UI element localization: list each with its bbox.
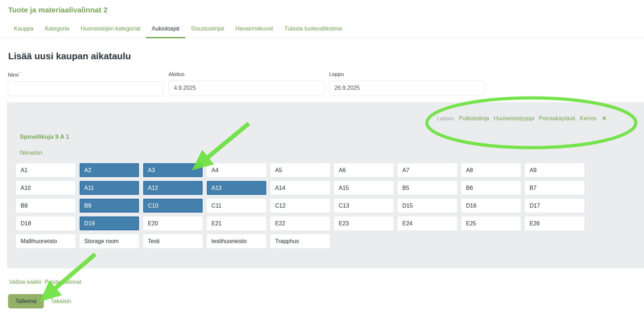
- apartment-cell-a5[interactable]: A5: [270, 163, 330, 177]
- selection-links: Valitse kaikki Poista valinnat: [9, 279, 644, 285]
- apartment-cell-a9[interactable]: A9: [525, 163, 584, 177]
- schedule-form: Nimi* Aloitus Loppu: [8, 71, 644, 96]
- page: Tuote ja materiaalivalinnat 2 KauppaKate…: [0, 0, 644, 313]
- apartment-cell-mallihuoneisto[interactable]: Mallihuoneisto: [16, 234, 75, 248]
- sort-option-kerros[interactable]: Kerros: [580, 115, 596, 122]
- apartment-cell-a8[interactable]: A8: [461, 163, 521, 177]
- group-name-link[interactable]: Nimetön: [20, 149, 42, 156]
- apartment-cell-c13[interactable]: C13: [334, 199, 393, 213]
- loppu-label: Loppu: [329, 71, 485, 77]
- apartment-cell-a10[interactable]: A10: [16, 181, 75, 195]
- apartment-cell-e20[interactable]: E20: [143, 216, 203, 230]
- apartment-cell-e26[interactable]: E26: [525, 216, 584, 230]
- apartment-cell-d19[interactable]: D19: [80, 216, 139, 230]
- tab-havainnekuvat[interactable]: Havainnekuvat: [230, 26, 279, 38]
- back-link[interactable]: Takaisin: [51, 298, 71, 304]
- tab-kauppa[interactable]: Kauppa: [8, 26, 39, 38]
- apartment-cell-a3[interactable]: A3: [143, 163, 203, 177]
- apartment-cell-c11[interactable]: C11: [207, 199, 266, 213]
- apartment-cell-d18[interactable]: D18: [16, 216, 75, 230]
- apartment-cell-a14[interactable]: A14: [270, 181, 330, 195]
- close-icon[interactable]: ✕: [602, 115, 607, 122]
- apartment-cell-d15[interactable]: D15: [398, 199, 457, 213]
- apartment-cell-a15[interactable]: A15: [334, 181, 393, 195]
- apartment-cell-a12[interactable]: A12: [143, 181, 203, 195]
- field-loppu: Loppu: [329, 71, 485, 96]
- section-heading: Lisää uusi kaupan aikataulu: [8, 51, 644, 62]
- form-actions: Tallenna Takaisin: [8, 294, 644, 308]
- apartment-cell-e24[interactable]: E24: [398, 216, 457, 230]
- apartment-cell-e21[interactable]: E21: [207, 216, 266, 230]
- required-asterisk: *: [20, 71, 21, 75]
- apartment-cell-a4[interactable]: A4: [207, 163, 266, 177]
- tab-aukioloajat[interactable]: Aukioloajat: [146, 26, 185, 38]
- sort-option-huoneistotyyppi[interactable]: Huoneistotyyppi: [494, 115, 534, 122]
- apartment-panel: Lajittelu PutkistolinjaHuoneistotyyppiPo…: [7, 102, 644, 268]
- apartment-cell-a7[interactable]: A7: [398, 163, 457, 177]
- tab-sisustuslinjat[interactable]: Sisustuslinjat: [185, 26, 230, 38]
- sort-option-putkistolinja[interactable]: Putkistolinja: [459, 115, 489, 122]
- end-date-input[interactable]: [329, 81, 485, 95]
- apartment-cell-b8[interactable]: B8: [16, 199, 75, 213]
- nimi-label-text: Nimi: [8, 72, 18, 78]
- clear-selection-link[interactable]: Poista valinnat: [44, 279, 81, 285]
- apartment-cell-testihuoneisto[interactable]: testihuoneisto: [207, 234, 266, 248]
- apartment-cell-b5[interactable]: B5: [398, 181, 457, 195]
- apartment-grid: A1A2A3A4A5A6A7A8A9A10A11A12A13A14A15B5B6…: [16, 163, 584, 248]
- apartment-cell-c10[interactable]: C10: [143, 199, 203, 213]
- start-date-input[interactable]: [168, 81, 324, 95]
- field-aloitus: Aloitus: [168, 71, 324, 96]
- apartment-cell-b9[interactable]: B9: [80, 199, 139, 213]
- apartment-cell-a1[interactable]: A1: [16, 163, 75, 177]
- sort-bar: Lajittelu PutkistolinjaHuoneistotyyppiPo…: [437, 115, 607, 122]
- page-title: Tuote ja materiaalivalinnat 2: [0, 0, 644, 14]
- apartment-cell-a13[interactable]: A13: [207, 181, 266, 195]
- apartment-cell-a6[interactable]: A6: [334, 163, 393, 177]
- tab-bar: KauppaKategoriaHuoneistojen kategoriatAu…: [0, 26, 644, 38]
- aloitus-label: Aloitus: [168, 71, 324, 77]
- apartment-cell-e25[interactable]: E25: [461, 216, 521, 230]
- apartment-cell-c12[interactable]: C12: [270, 199, 330, 213]
- apartment-cell-d16[interactable]: D16: [461, 199, 521, 213]
- apartment-cell-d17[interactable]: D17: [525, 199, 584, 213]
- apartment-cell-b6[interactable]: B6: [461, 181, 521, 195]
- apartment-cell-e23[interactable]: E23: [334, 216, 393, 230]
- name-input[interactable]: [8, 81, 163, 96]
- select-all-link[interactable]: Valitse kaikki: [9, 279, 41, 285]
- sort-label: Lajittelu: [437, 116, 454, 121]
- apartment-cell-b7[interactable]: B7: [525, 181, 584, 195]
- sort-option-porrask-yt-v[interactable]: Porraskäytävä: [539, 115, 575, 122]
- tab-kategoria[interactable]: Kategoria: [39, 26, 75, 38]
- apartment-cell-storage-room[interactable]: Storage room: [80, 234, 139, 248]
- tab-tulosta-tuotevalikoimia[interactable]: Tulosta tuotevalikoimia: [279, 26, 348, 38]
- apartment-cell-e22[interactable]: E22: [270, 216, 330, 230]
- apartment-cell-testi[interactable]: Testi: [143, 234, 203, 248]
- building-name: Spinellikuja 9 A 1: [20, 133, 69, 141]
- tab-huoneistojen-kategoriat[interactable]: Huoneistojen kategoriat: [75, 26, 146, 38]
- nimi-label: Nimi*: [8, 71, 163, 78]
- save-button[interactable]: Tallenna: [8, 294, 44, 308]
- field-nimi: Nimi*: [8, 71, 163, 96]
- apartment-cell-a11[interactable]: A11: [80, 181, 139, 195]
- apartment-cell-trapphus[interactable]: Trapphus: [270, 234, 330, 248]
- apartment-cell-a2[interactable]: A2: [80, 163, 139, 177]
